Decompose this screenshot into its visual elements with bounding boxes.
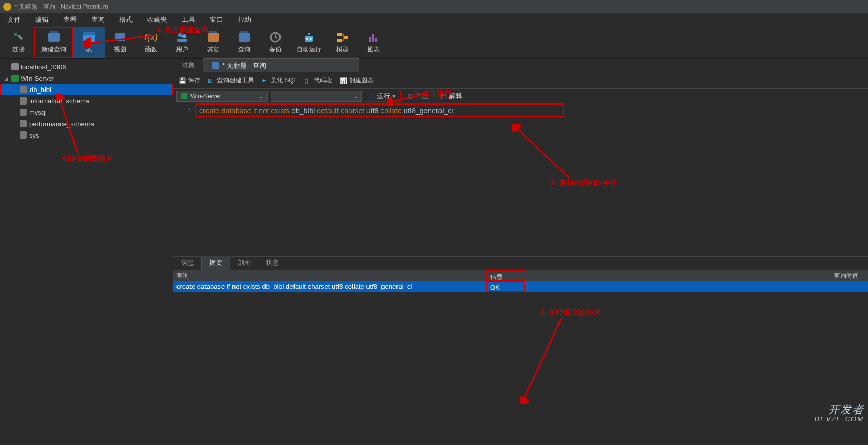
table-button[interactable]: 表 <box>73 27 105 58</box>
svg-rect-16 <box>369 37 371 42</box>
robot-icon <box>302 31 316 44</box>
col-query[interactable]: 查询 <box>173 270 486 281</box>
result-tab-status[interactable]: 状态 <box>258 256 286 270</box>
editor-body[interactable]: create database if not exists db_blbl de… <box>196 103 868 256</box>
backup-button[interactable]: 备份 <box>260 27 291 58</box>
line-gutter: 1 <box>173 103 196 256</box>
col-info[interactable]: 信息 <box>486 270 525 281</box>
menu-view[interactable]: 查看 <box>56 13 84 26</box>
beautify-sql-button[interactable]: ✦美化 SQL <box>261 76 297 85</box>
document-tabs: 对象 * 无标题 - 查询 <box>173 59 868 72</box>
result-tab-info[interactable]: 信息 <box>173 256 201 270</box>
function-button[interactable]: f(x) 函数 <box>136 27 167 58</box>
connection-winserver[interactable]: ◢ Win-Server <box>0 72 173 84</box>
chevron-down-icon: ⌄ <box>353 93 358 100</box>
app-icon <box>3 3 11 11</box>
user-icon <box>175 31 189 44</box>
database-icon <box>20 109 27 116</box>
query-button[interactable]: 查询 <box>229 27 260 58</box>
other-button[interactable]: 其它 <box>198 27 229 58</box>
user-button[interactable]: 用户 <box>167 27 198 58</box>
menu-help[interactable]: 帮助 <box>230 13 258 26</box>
other-icon <box>206 31 220 44</box>
snippet-button[interactable]: ()代码段 <box>304 76 332 85</box>
plug-icon <box>11 31 26 44</box>
result-info-cell: OK <box>486 281 525 292</box>
view-button[interactable]: 视图 <box>105 27 136 58</box>
svg-rect-17 <box>372 34 374 42</box>
window-title: * 无标题 - 查询 - Navicat Premium <box>14 3 108 11</box>
svg-point-0 <box>14 33 17 36</box>
menu-edit[interactable]: 编辑 <box>28 13 56 26</box>
query-builder-button[interactable]: ⊞查询创建工具 <box>208 76 254 85</box>
result-tab-profile[interactable]: 剖析 <box>230 256 258 270</box>
brackets-icon: () <box>304 77 312 84</box>
svg-rect-7 <box>177 39 187 42</box>
menu-file[interactable]: 文件 <box>0 13 28 26</box>
main-toolbar: 连接 新建查询 表 视图 f(x) 函数 用户 其它 查询 备份 自动运行 模型 <box>0 26 868 59</box>
backup-icon <box>268 31 283 44</box>
title-bar: * 无标题 - 查询 - Navicat Premium <box>0 0 868 13</box>
builder-icon: ⊞ <box>208 77 215 84</box>
play-icon: ▷ <box>370 92 375 100</box>
server-dropdown[interactable]: Win-Server ⌄ <box>176 91 268 102</box>
connect-button[interactable]: 连接 <box>3 27 34 58</box>
menu-bar: 文件 编辑 查看 查询 格式 收藏夹 工具 窗口 帮助 <box>0 13 868 26</box>
save-icon: 💾 <box>179 77 186 84</box>
menu-favorites[interactable]: 收藏夹 <box>140 13 174 26</box>
database-sys[interactable]: sys <box>0 129 173 141</box>
connection-selector-row: Win-Server ⌄ ⌄ ▷ 运行 ▾ ◻ 停止 ▤ 解释 <box>173 89 868 103</box>
stop-icon: ◻ <box>408 92 414 100</box>
svg-rect-18 <box>375 38 377 42</box>
svg-point-11 <box>310 38 312 40</box>
tab-objects[interactable]: 对象 <box>173 58 203 72</box>
explain-icon: ▤ <box>440 92 447 100</box>
menu-format[interactable]: 格式 <box>112 13 140 26</box>
table-icon <box>82 31 96 44</box>
result-header: 查询 信息 查询时间 <box>173 270 868 281</box>
menu-query[interactable]: 查询 <box>84 13 112 26</box>
menu-window[interactable]: 窗口 <box>202 13 230 26</box>
svg-rect-14 <box>337 39 342 42</box>
save-button[interactable]: 💾保存 <box>179 76 200 85</box>
database-icon <box>20 131 27 139</box>
result-body <box>173 292 868 445</box>
chevron-down-icon: ⌄ <box>259 93 264 100</box>
database-dropdown[interactable]: ⌄ <box>271 91 362 102</box>
query-icon <box>237 31 252 44</box>
database-performance-schema[interactable]: performance_schema <box>0 118 173 129</box>
main-area: localhost_3306 ◢ Win-Server db_blbl info… <box>0 59 868 445</box>
database-mysql[interactable]: mysql <box>0 107 173 118</box>
autorun-button[interactable]: 自动运行 <box>291 27 327 58</box>
svg-rect-19 <box>212 62 219 69</box>
connection-localhost[interactable]: localhost_3306 <box>0 61 173 72</box>
new-query-button[interactable]: 新建查询 <box>34 27 73 58</box>
content-area: 对象 * 无标题 - 查询 💾保存 ⊞查询创建工具 ✦美化 SQL ()代码段 … <box>173 59 868 445</box>
new-query-icon <box>47 31 61 44</box>
tab-query[interactable]: * 无标题 - 查询 <box>203 58 359 72</box>
svg-rect-13 <box>337 33 342 36</box>
result-row[interactable]: create database if not exists db_blbl de… <box>173 281 868 292</box>
svg-point-10 <box>306 38 308 40</box>
collapse-icon: ◢ <box>3 76 9 81</box>
sparkle-icon: ✦ <box>261 77 269 84</box>
database-db-blbl[interactable]: db_blbl <box>0 84 173 95</box>
menu-tools[interactable]: 工具 <box>174 13 202 26</box>
create-chart-button[interactable]: 📊创建图表 <box>340 76 374 85</box>
database-icon <box>20 86 27 93</box>
explain-button[interactable]: ▤ 解释 <box>436 91 466 102</box>
watermark: 开发者 DEVZE.COM <box>815 404 864 422</box>
annotation-highlight-code <box>195 103 564 117</box>
chevron-down-icon: ▾ <box>392 92 396 100</box>
database-information-schema[interactable]: information_schema <box>0 95 173 107</box>
query-tab-icon <box>212 62 219 69</box>
chart-button[interactable]: 图表 <box>358 27 389 58</box>
run-button[interactable]: ▷ 运行 ▾ <box>365 91 401 102</box>
stop-button[interactable]: ◻ 停止 <box>404 91 433 102</box>
sql-editor[interactable]: 1 create database if not exists db_blbl … <box>173 103 868 256</box>
svg-rect-3 <box>83 32 95 35</box>
result-tab-summary[interactable]: 摘要 <box>201 256 230 270</box>
col-time[interactable]: 查询时间 <box>831 270 868 281</box>
model-button[interactable]: 模型 <box>327 27 358 58</box>
model-icon <box>335 31 350 44</box>
